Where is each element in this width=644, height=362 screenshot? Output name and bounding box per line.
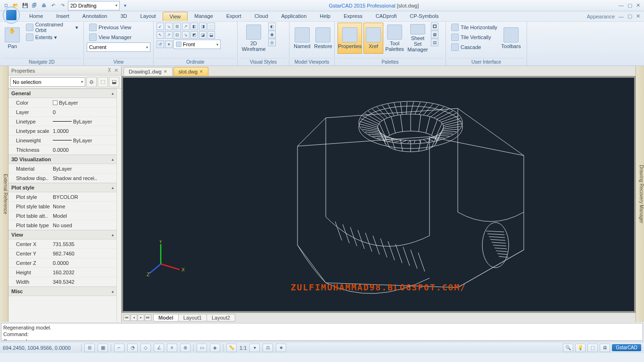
hw-accel-icon[interactable]: 🖥 — [600, 344, 610, 352]
otrack-toggle[interactable]: ∠ — [154, 344, 164, 352]
isolate-icon[interactable]: 💡 — [575, 344, 586, 352]
scale-drop-icon[interactable]: ▾ — [249, 344, 260, 352]
prop-row[interactable]: Center Y982.7460 — [8, 249, 116, 258]
layout-tab-layout2[interactable]: Layout2 — [206, 314, 235, 321]
toolbars-button[interactable]: Toolbars — [501, 23, 521, 54]
pin-icon[interactable]: ⊼ — [107, 67, 111, 74]
tool-palettes-button[interactable]: Tool Palettes — [385, 23, 405, 54]
quick-select-icon[interactable]: ⯐ — [86, 77, 97, 87]
doc-restore-icon[interactable]: ▢ — [627, 13, 632, 19]
prop-row[interactable]: Shadow disp..Shadow and recei.. — [8, 173, 116, 183]
model-toggle[interactable]: ▭ — [197, 344, 207, 352]
menu-insert[interactable]: Insert — [50, 12, 76, 21]
select-objects-icon[interactable]: ⬚ — [98, 77, 108, 87]
layout-tab-model[interactable]: Model — [153, 314, 179, 321]
ordinate-btn-8[interactable]: ↖ — [157, 31, 164, 39]
previous-view-button[interactable]: Previous View — [87, 23, 150, 32]
appearance-button[interactable]: Appearance — [587, 14, 615, 19]
qat-print-icon[interactable]: 🖶 — [40, 1, 48, 10]
doc-minimize-icon[interactable]: — — [619, 14, 624, 19]
ortho-toggle[interactable]: ⌐ — [114, 344, 124, 352]
pan-button[interactable]: ✋Pan — [3, 23, 22, 54]
layout-last-icon[interactable]: ⏭ — [145, 314, 151, 321]
magnify-icon[interactable]: 🔍 — [563, 344, 573, 352]
menu-view[interactable]: View — [163, 12, 188, 21]
prop-row[interactable]: Linetype scale1.0000 — [8, 126, 116, 136]
prop-category-view[interactable]: View — [8, 230, 116, 239]
close-icon[interactable]: ✕ — [636, 2, 640, 8]
wireframe-button[interactable]: 2D Wireframe — [240, 23, 267, 54]
properties-palette-button[interactable]: Properties — [338, 23, 362, 54]
layout-first-icon[interactable]: ⏮ — [124, 314, 130, 321]
drawing-canvas[interactable]: X Y Z ZULFIMUHAMMAD98.BLOGSPOT.COM/ — [123, 78, 634, 311]
cycle-toggle[interactable]: ◈ — [210, 344, 220, 352]
prop-row[interactable]: MaterialByLayer — [8, 164, 116, 173]
prop-row[interactable]: Thickness0.0000 — [8, 145, 116, 155]
panel-close-icon[interactable]: ✕ — [114, 67, 118, 74]
drawing-recovery-tab[interactable]: Drawing Recovery Manager — [636, 66, 644, 322]
menu-express[interactable]: Express — [337, 12, 369, 21]
front-combo[interactable]: Front — [173, 40, 221, 49]
vstyle-btn-1[interactable]: ◐ — [268, 23, 276, 30]
prop-category-plot-style[interactable]: Plot style — [8, 183, 116, 192]
vstyle-btn-3[interactable]: ◎ — [268, 39, 276, 46]
current-view-combo[interactable]: Current — [87, 42, 150, 52]
prop-row[interactable]: Plot table att..Model — [8, 211, 116, 221]
coordinates-readout[interactable]: 694.2450, 1004.9566, 0.0000 — [3, 345, 78, 351]
menu-3d[interactable]: 3D — [114, 12, 133, 21]
view-manager-button[interactable]: View Manager — [87, 33, 150, 42]
prop-row[interactable]: Center X731.5535 — [8, 239, 116, 249]
xref-palette-button[interactable]: Xref — [363, 23, 383, 54]
command-line[interactable]: Regenerating model. Command: Command: — [1, 323, 643, 341]
doctab-close-icon[interactable]: ✕ — [199, 69, 203, 74]
prop-category-misc[interactable]: Misc — [8, 287, 116, 296]
lock-icon[interactable]: ⬚ — [587, 344, 598, 352]
restore-viewport-button[interactable]: Restore — [313, 23, 333, 54]
ordinate-btn-9[interactable]: ↗ — [165, 31, 173, 39]
qat-dropdown-icon[interactable]: ▾ — [121, 1, 129, 10]
prop-row[interactable]: Lineweight ByLayer — [8, 136, 116, 145]
scale-readout[interactable]: 1:1 — [239, 345, 247, 351]
menu-cadprofi[interactable]: CADprofi — [369, 12, 404, 21]
selection-combo[interactable]: No selection — [10, 77, 85, 87]
vstyle-btn-2[interactable]: ◉ — [268, 31, 276, 38]
prop-category-3d-visualization[interactable]: 3D Visualization — [8, 155, 116, 164]
lweight-toggle[interactable]: ≡ — [167, 344, 177, 352]
prop-category-general[interactable]: General — [8, 89, 116, 98]
ordinate-btn-15[interactable]: ↺ — [157, 41, 164, 48]
ordinate-btn-4[interactable]: ↗ — [182, 23, 190, 30]
palette-btn-1[interactable]: 🞐 — [431, 23, 438, 30]
menu-cp-symbols[interactable]: CP-Symbols — [403, 12, 445, 21]
maximize-icon[interactable]: ▢ — [627, 2, 632, 8]
ordinate-btn-14[interactable]: ⬓ — [207, 31, 215, 39]
prop-row[interactable]: Plot styleBYCOLOR — [8, 192, 116, 202]
properties-list[interactable]: GeneralColorByLayerLayer0Linetype ByLaye… — [8, 89, 116, 322]
menu-home[interactable]: Home — [23, 12, 50, 21]
sheet-set-button[interactable]: Sheet Set Manager — [406, 23, 429, 54]
ordinate-btn-7[interactable]: ⬚ — [207, 23, 215, 30]
ordinate-btn-12[interactable]: ◩ — [190, 31, 198, 39]
ordinate-btn-2[interactable]: ↘ — [165, 23, 173, 30]
external-reference-tab[interactable]: External Reference — [0, 66, 8, 322]
polar-toggle[interactable]: ◔ — [127, 344, 138, 352]
prop-row[interactable]: Plot style tableNone — [8, 202, 116, 211]
properties-scrollbar[interactable] — [116, 89, 121, 322]
palette-btn-2[interactable]: ▦ — [431, 31, 438, 38]
palette-btn-3[interactable]: ▤ — [431, 39, 438, 46]
scale-button[interactable]: 📏 — [226, 344, 237, 352]
qat-undo-icon[interactable]: ↶ — [49, 1, 58, 10]
dynmode-toggle[interactable]: ⊕ — [180, 344, 190, 352]
osnap-toggle[interactable]: ◇ — [140, 344, 151, 352]
ordinate-btn-10[interactable]: ⊟ — [173, 31, 181, 39]
brand-badge[interactable]: GstarCAD — [612, 344, 641, 351]
extents-button[interactable]: Extents ▾ — [24, 33, 81, 42]
grid-toggle[interactable]: ▦ — [98, 344, 108, 352]
layout-prev-icon[interactable]: ◂ — [131, 314, 137, 321]
autoscale-toggle[interactable]: ★ — [276, 344, 286, 352]
menu-export[interactable]: Export — [220, 12, 248, 21]
qat-saveas-icon[interactable]: 🗐 — [30, 1, 39, 10]
annoscale-toggle[interactable]: ⚖ — [263, 344, 273, 352]
toggle-pickadd-icon[interactable]: ⬓ — [109, 77, 119, 87]
prop-row[interactable]: Layer0 — [8, 107, 116, 117]
menu-annotation[interactable]: Annotation — [76, 12, 114, 21]
